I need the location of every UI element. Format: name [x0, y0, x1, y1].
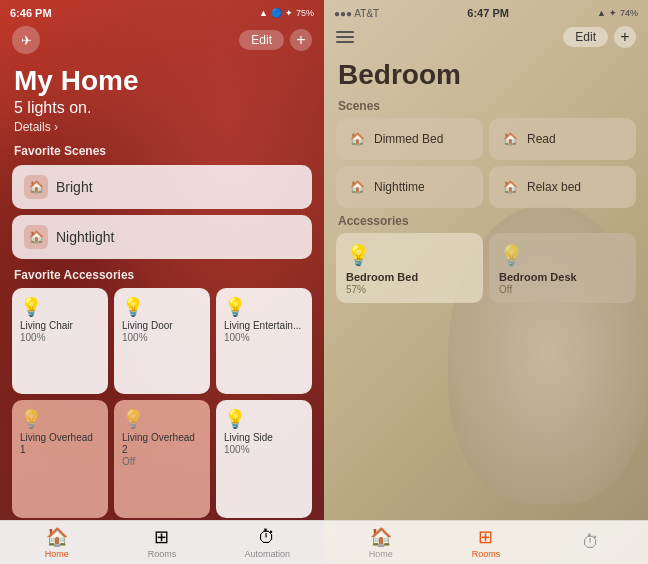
right-status-bar: ●●● AT&T 6:47 PM ▲ ✦ 74% [324, 0, 648, 22]
accessory-living-door[interactable]: 💡 Living Door 100% [114, 288, 210, 394]
scene-read-label: Read [527, 132, 556, 146]
right-nav-home-label: Home [369, 549, 393, 559]
right-bulb-off-icon: 💡 [499, 243, 626, 267]
bedroom-bed-status: 57% [346, 284, 473, 295]
nav-rooms[interactable]: ⊞ Rooms [109, 526, 214, 559]
left-add-button[interactable]: + [290, 29, 312, 51]
bulb-on-icon2: 💡 [122, 296, 202, 318]
right-nav-extra[interactable]: ⏱ [539, 532, 644, 554]
hamburger-menu[interactable] [336, 31, 354, 43]
accessory-living-overhead1[interactable]: 💡 Living Overhead 1 [12, 400, 108, 518]
scene-bright-label: Bright [56, 179, 93, 195]
scene-nighttime[interactable]: 🏠 Nighttime [336, 166, 483, 208]
scene-bright-icon: 🏠 [24, 175, 48, 199]
nav-automation-label: Automation [245, 549, 291, 559]
scene-nightlight-icon: 🏠 [24, 225, 48, 249]
right-add-button[interactable]: + [614, 26, 636, 48]
nav-home-label: Home [45, 549, 69, 559]
right-edit-button[interactable]: Edit [563, 27, 608, 47]
left-status-icons: ▲ 🔵 ✦ 75% [259, 8, 314, 18]
accessory-living-entertain[interactable]: 💡 Living Entertain... 100% [216, 288, 312, 394]
accessory-bedroom-bed[interactable]: 💡 Bedroom Bed 57% [336, 233, 483, 303]
left-bluetooth-icon: ✦ [285, 8, 293, 18]
left-top-bar: ✈ Edit + [0, 22, 324, 60]
left-bottom-nav: 🏠 Home ⊞ Rooms ⏱ Automation [0, 520, 324, 564]
favorite-accessories-header: Favorite Accessories [0, 262, 324, 286]
home-nav-icon: 🏠 [46, 526, 68, 548]
home-subtitle: 5 lights on. [14, 99, 310, 117]
favorite-scenes-header: Favorite Scenes [0, 138, 324, 162]
hamburger-line3 [336, 41, 354, 43]
left-wifi-icon: 🔵 [271, 8, 282, 18]
scene-bright[interactable]: 🏠 Bright [12, 165, 312, 209]
rooms-nav-icon: ⊞ [154, 526, 169, 548]
hamburger-line2 [336, 36, 354, 38]
accessory-living-chair[interactable]: 💡 Living Chair 100% [12, 288, 108, 394]
right-nav-rooms[interactable]: ⊞ Rooms [433, 526, 538, 559]
accessory-living-side[interactable]: 💡 Living Side 100% [216, 400, 312, 518]
scene-nighttime-icon: 🏠 [346, 176, 368, 198]
right-nav-home[interactable]: 🏠 Home [328, 526, 433, 559]
scene-read[interactable]: 🏠 Read [489, 118, 636, 160]
scene-nightlight[interactable]: 🏠 Nightlight [12, 215, 312, 259]
bulb-off-icon: 💡 [20, 408, 100, 430]
right-scenes-header: Scenes [324, 95, 648, 116]
right-extra-nav-icon: ⏱ [582, 532, 600, 553]
left-time: 6:46 PM [10, 7, 52, 19]
location-icon[interactable]: ✈ [12, 26, 40, 54]
nav-rooms-label: Rooms [148, 549, 177, 559]
right-scenes-grid: 🏠 Dimmed Bed 🏠 Read 🏠 Nighttime 🏠 Relax … [324, 116, 648, 210]
bedroom-desk-status: Off [499, 284, 626, 295]
accessory-entertain-status: 100% [224, 332, 304, 343]
scene-relax-icon: 🏠 [499, 176, 521, 198]
nav-automation[interactable]: ⏱ Automation [215, 527, 320, 559]
bulb-on-icon3: 💡 [224, 296, 304, 318]
accessory-chair-name: Living Chair [20, 320, 100, 332]
right-accessories-grid: 💡 Bedroom Bed 57% 💡 Bedroom Desk Off [324, 231, 648, 305]
accessory-entertain-name: Living Entertain... [224, 320, 304, 332]
right-nav-rooms-label: Rooms [472, 549, 501, 559]
left-edit-button[interactable]: Edit [239, 30, 284, 50]
right-accessories-header: Accessories [324, 210, 648, 231]
scene-dimmed-label: Dimmed Bed [374, 132, 443, 146]
scene-nightlight-label: Nightlight [56, 229, 114, 245]
bedroom-desk-name: Bedroom Desk [499, 271, 626, 284]
right-carrier: ●●● AT&T [334, 8, 379, 19]
accessory-overhead1-name: Living Overhead 1 [20, 432, 100, 456]
accessory-chair-status: 100% [20, 332, 100, 343]
right-home-nav-icon: 🏠 [370, 526, 392, 548]
right-bluetooth-icon: ✦ [609, 8, 617, 18]
right-signal-icon: ▲ [597, 8, 606, 18]
left-signal-icon: ▲ [259, 8, 268, 18]
details-link[interactable]: Details › [14, 120, 310, 134]
right-rooms-nav-icon: ⊞ [478, 526, 493, 548]
accessory-living-overhead2[interactable]: 💡 Living Overhead 2 Off [114, 400, 210, 518]
right-bulb-on-icon: 💡 [346, 243, 473, 267]
scene-relax-bed[interactable]: 🏠 Relax bed [489, 166, 636, 208]
hamburger-line1 [336, 31, 354, 33]
right-panel: ●●● AT&T 6:47 PM ▲ ✦ 74% Edit + Bedroom [324, 0, 648, 564]
scene-read-icon: 🏠 [499, 128, 521, 150]
accessory-bedroom-desk[interactable]: 💡 Bedroom Desk Off [489, 233, 636, 303]
nav-home[interactable]: 🏠 Home [4, 526, 109, 559]
right-status-icons: ▲ ✦ 74% [597, 8, 638, 18]
accessory-overhead2-name: Living Overhead 2 [122, 432, 202, 456]
accessory-side-name: Living Side [224, 432, 304, 444]
bedroom-bed-name: Bedroom Bed [346, 271, 473, 284]
accessory-overhead2-status: Off [122, 456, 202, 467]
right-time: 6:47 PM [467, 7, 509, 19]
bulb-on-icon4: 💡 [224, 408, 304, 430]
bedroom-title-area: Bedroom [324, 54, 648, 95]
right-top-actions: Edit + [563, 26, 636, 48]
right-top-bar: Edit + [324, 22, 648, 54]
scene-nighttime-label: Nighttime [374, 180, 425, 194]
scene-dimmed-bed[interactable]: 🏠 Dimmed Bed [336, 118, 483, 160]
home-title: My Home [14, 66, 310, 97]
right-battery-text: 74% [620, 8, 638, 18]
bedroom-title: Bedroom [338, 60, 634, 91]
bulb-off-icon2: 💡 [122, 408, 202, 430]
automation-nav-icon: ⏱ [258, 527, 276, 548]
left-panel: 6:46 PM ▲ 🔵 ✦ 75% ✈ Edit + My Home 5 lig… [0, 0, 324, 564]
left-battery: 75% [296, 8, 314, 18]
left-top-actions: Edit + [239, 29, 312, 51]
